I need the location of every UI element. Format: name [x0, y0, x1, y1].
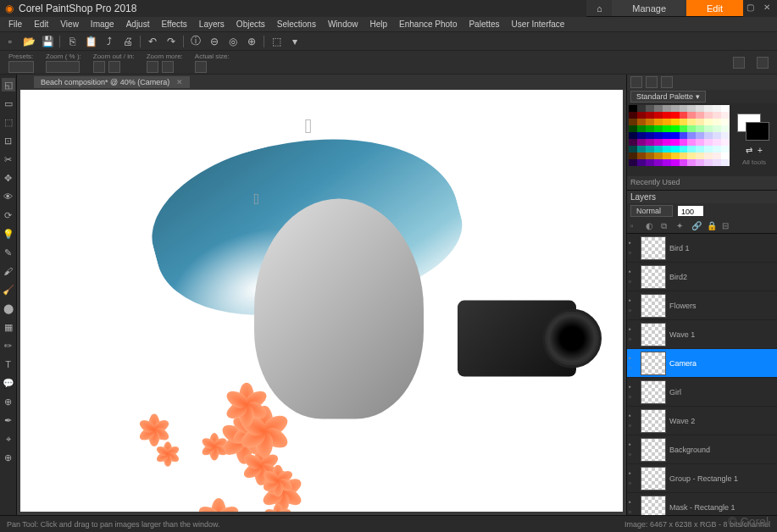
plugin-icon[interactable]: ⬚ [269, 35, 283, 48]
layer-expand-icon[interactable]: ▫ [629, 364, 637, 373]
layer-visibility-icon[interactable]: ▪ [629, 469, 637, 478]
layer-link-icon[interactable]: 🔗 [691, 221, 702, 231]
swatch[interactable] [680, 146, 688, 152]
opt-icon-1[interactable] [733, 57, 745, 69]
layer-row[interactable]: ▪ ▫ Bird 1 [627, 234, 777, 263]
swatch[interactable] [713, 112, 721, 119]
swatch[interactable] [646, 152, 654, 159]
swatch[interactable] [629, 132, 637, 139]
add-swatch-icon[interactable]: + [758, 146, 763, 155]
info-icon[interactable]: ⓘ [189, 35, 203, 48]
menu-layers[interactable]: Layers [194, 18, 230, 30]
tool-13[interactable]: ▦ [2, 320, 15, 334]
tool-0[interactable]: ◱ [2, 78, 15, 91]
zoom-more-out[interactable] [147, 61, 158, 73]
new-mask-icon[interactable]: ◐ [646, 221, 656, 231]
swatch[interactable] [646, 139, 654, 146]
swatch[interactable] [713, 105, 721, 112]
swatch[interactable] [721, 159, 730, 166]
menu-enhance-photo[interactable]: Enhance Photo [394, 18, 462, 30]
menu-file[interactable]: File [3, 18, 27, 30]
swatch[interactable] [629, 112, 637, 119]
swatch[interactable] [654, 119, 663, 125]
swatch[interactable] [713, 139, 721, 146]
tool-12[interactable]: ⬤ [2, 302, 15, 315]
open-icon[interactable]: 📂 [22, 35, 36, 48]
swatch[interactable] [629, 119, 637, 125]
layer-visibility-icon[interactable]: ▪ [629, 498, 637, 507]
swatch[interactable] [680, 159, 688, 166]
blend-mode-dropdown[interactable]: Normal [630, 205, 673, 217]
layer-row[interactable]: ▪ ▫ Mask - Rectangle 1 [627, 493, 777, 515]
swatch[interactable] [654, 125, 663, 132]
layer-row[interactable]: ▪ ▫ Group - Rectangle 1 [627, 464, 777, 493]
swatch[interactable] [663, 132, 671, 139]
palette-dropdown[interactable]: Standard Palette ▾ [630, 91, 706, 103]
layer-visibility-icon[interactable]: ▪ [629, 383, 637, 391]
swatch[interactable] [654, 146, 663, 152]
tool-8[interactable]: 💡 [2, 227, 15, 241]
swatch[interactable] [637, 119, 646, 125]
swatch[interactable] [687, 146, 696, 152]
layer-row[interactable]: ▪ ▫ Flowers [627, 291, 777, 320]
undo-icon[interactable]: ↶ [146, 35, 159, 48]
swatch[interactable] [654, 159, 663, 166]
layer-fx-icon[interactable]: ✦ [676, 221, 686, 231]
swatch[interactable] [680, 119, 688, 125]
swatch[interactable] [663, 105, 671, 112]
layer-row[interactable]: ▪ ▫ Camera [627, 349, 777, 378]
swatch[interactable] [671, 152, 680, 159]
swatch[interactable] [696, 139, 704, 146]
menu-image[interactable]: Image [86, 18, 119, 30]
background-color[interactable] [746, 122, 769, 141]
save-icon[interactable]: 💾 [41, 35, 54, 48]
layer-row[interactable]: ▪ ▫ Background [627, 435, 777, 464]
swatch[interactable] [721, 119, 730, 125]
zoom-in-btn[interactable] [108, 61, 120, 73]
layer-visibility-icon[interactable]: ▪ [629, 268, 637, 276]
swatch[interactable] [704, 112, 713, 119]
layer-row[interactable]: ▪ ▫ Wave 2 [627, 407, 777, 435]
layer-delete-icon[interactable]: ⊟ [722, 221, 732, 231]
menu-objects[interactable]: Objects [231, 18, 270, 30]
new-icon[interactable]: ▫ [3, 35, 17, 48]
tool-19[interactable]: ⌖ [2, 432, 15, 446]
tool-9[interactable]: ✎ [2, 246, 15, 259]
tab-home[interactable]: ⌂ [586, 0, 612, 16]
swatch[interactable] [671, 125, 680, 132]
menu-window[interactable]: Window [323, 18, 364, 30]
layer-row[interactable]: ▪ ▫ Bird2 [627, 263, 777, 291]
zoom-out-btn[interactable] [93, 61, 105, 73]
swatch[interactable] [637, 132, 646, 139]
swatch[interactable] [687, 119, 696, 125]
swatch[interactable] [671, 146, 680, 152]
swatch[interactable] [704, 139, 713, 146]
layer-expand-icon[interactable]: ▫ [629, 508, 637, 516]
redo-icon[interactable]: ↷ [164, 35, 178, 48]
layer-lock-icon[interactable]: 🔒 [707, 221, 717, 231]
palette-tab-1[interactable] [630, 76, 642, 88]
swatch[interactable] [713, 146, 721, 152]
swatch[interactable] [646, 132, 654, 139]
swatch[interactable] [704, 105, 713, 112]
swatch[interactable] [671, 105, 680, 112]
swatch[interactable] [671, 132, 680, 139]
swatch[interactable] [646, 159, 654, 166]
layer-expand-icon[interactable]: ▫ [629, 451, 637, 459]
swatch[interactable] [646, 119, 654, 125]
swatch[interactable] [687, 125, 696, 132]
swatch[interactable] [704, 159, 713, 166]
tool-4[interactable]: ✂ [2, 152, 15, 166]
swatch[interactable] [646, 105, 654, 112]
swatch[interactable] [687, 152, 696, 159]
menu-adjust[interactable]: Adjust [121, 18, 155, 30]
swatch[interactable] [687, 159, 696, 166]
tool-5[interactable]: ✥ [2, 171, 15, 185]
menu-palettes[interactable]: Palettes [463, 18, 504, 30]
swatch[interactable] [663, 152, 671, 159]
swatch[interactable] [637, 139, 646, 146]
paste-icon[interactable]: 📋 [84, 35, 97, 48]
layer-expand-icon[interactable]: ▫ [629, 479, 637, 488]
swatch[interactable] [704, 146, 713, 152]
swatch[interactable] [663, 125, 671, 132]
